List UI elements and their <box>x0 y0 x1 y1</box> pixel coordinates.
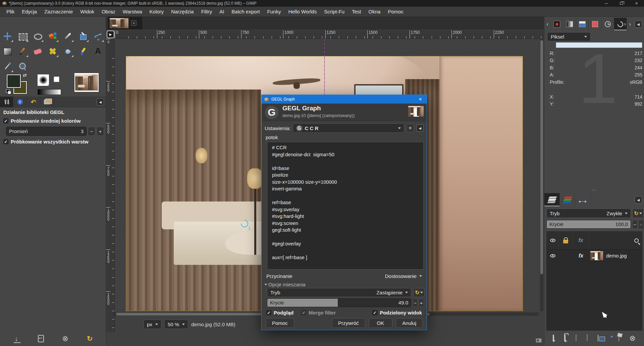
tab-sample-points[interactable] <box>614 18 627 31</box>
layer-search[interactable] <box>589 232 642 249</box>
duplicate-layer-button[interactable] <box>598 335 598 341</box>
tab-paths[interactable] <box>575 193 591 207</box>
tab-device-status[interactable] <box>13 97 27 107</box>
menu-item[interactable]: Zaznaczenie <box>41 7 76 17</box>
unit-select[interactable]: px <box>144 320 161 329</box>
layer-effects-cell[interactable]: fx <box>573 253 589 259</box>
close-button[interactable]: ✕ <box>629 0 644 7</box>
menu-item[interactable]: Pomoc <box>384 7 407 17</box>
layer-opacity-increment[interactable]: + <box>638 220 644 229</box>
tabs-scroll-right-icon[interactable]: › <box>627 21 633 27</box>
save-button[interactable]: ↓ <box>11 333 22 344</box>
reset-button[interactable]: Przywróć <box>332 318 365 328</box>
tab-layers[interactable] <box>544 193 560 207</box>
tabs-scroll-left-icon[interactable]: ‹ <box>544 21 550 27</box>
text-tool[interactable] <box>92 45 104 57</box>
layer-row[interactable]: fx demo.jpg <box>547 250 642 262</box>
menu-item[interactable]: Obraz <box>98 7 119 17</box>
radius-decrement-button[interactable]: − <box>88 127 95 136</box>
cancel-button[interactable]: Anuluj <box>396 318 423 328</box>
radius-increment-button[interactable]: + <box>97 127 104 136</box>
swap-colors-icon[interactable]: ⇄ <box>23 72 27 78</box>
rectangle-select-tool[interactable] <box>16 30 29 42</box>
tab-channels[interactable] <box>560 193 575 207</box>
gradient-tool[interactable] <box>1 45 13 57</box>
vertical-scrollbar-thumb[interactable] <box>540 40 543 274</box>
pattern-preview[interactable] <box>54 76 59 82</box>
navigation-button[interactable] <box>534 335 543 345</box>
menu-item[interactable]: Funky <box>264 7 285 17</box>
menu-item[interactable]: Plik <box>3 7 18 17</box>
menu-item[interactable]: Batch export <box>228 7 263 17</box>
ok-button[interactable]: OK <box>369 318 393 328</box>
layer-opacity-decrement[interactable]: − <box>632 220 638 229</box>
menu-item[interactable]: Filtry <box>198 7 216 17</box>
tab-selection-editor[interactable] <box>589 18 601 31</box>
layer-mode-select[interactable]: Tryb Zwykłe <box>546 209 631 218</box>
opacity-increment[interactable]: + <box>419 298 424 307</box>
clipping-select[interactable]: Dostosowanie <box>385 273 422 279</box>
effects-header[interactable]: fx <box>573 232 589 249</box>
delete-layer-button[interactable]: ⊗ <box>629 334 635 343</box>
menu-item[interactable]: Script-Fu <box>320 7 348 17</box>
foreground-color-swatch[interactable] <box>7 74 21 88</box>
help-button[interactable]: Pomoc <box>266 318 294 328</box>
preview-checkbox[interactable]: ✓ <box>266 310 271 315</box>
free-select-tool[interactable] <box>32 30 44 42</box>
lower-layer-button[interactable] <box>587 335 588 341</box>
merge-filter-checkbox[interactable]: ✓ <box>301 310 306 315</box>
transform-tool[interactable] <box>77 30 89 42</box>
paintbrush-tool[interactable] <box>16 45 29 57</box>
menu-item[interactable]: Hello Worlds <box>284 7 320 17</box>
zoom-select[interactable]: 50 % <box>164 320 188 329</box>
move-tool[interactable] <box>1 30 13 42</box>
menu-item[interactable]: Kolory <box>146 7 168 17</box>
menu-item[interactable]: Edycja <box>18 7 41 17</box>
layer-visibility-toggle[interactable] <box>547 254 559 257</box>
settings-select[interactable]: G C C R <box>293 123 404 133</box>
tab-pointer[interactable] <box>550 18 563 31</box>
default-colors-icon[interactable] <box>6 89 11 94</box>
opacity-slider[interactable]: Krycie 49.0 <box>267 298 411 307</box>
heal-tool[interactable] <box>47 45 59 57</box>
brush-preview[interactable] <box>38 74 49 86</box>
tab-undo-history[interactable]: ↶ <box>27 97 40 107</box>
sample-average-option[interactable]: ✓ Próbowanie średniej kolorów <box>3 118 80 124</box>
zoom-tool[interactable] <box>16 60 29 72</box>
new-group-button[interactable] <box>564 335 566 341</box>
split-view-checkbox[interactable]: ✓ <box>372 310 377 315</box>
tab-histogram[interactable] <box>576 18 589 31</box>
dock-menu-button[interactable]: ◀ <box>635 20 642 28</box>
blending-options-expander[interactable]: Opcje mieszania <box>265 282 306 287</box>
toolbox-menu-button[interactable]: ◀ <box>97 98 104 106</box>
dock-splitter-handle[interactable]: ⋯ <box>544 188 644 192</box>
menu-item[interactable]: AI <box>216 7 228 17</box>
menu-item[interactable]: Warstwa <box>119 7 146 17</box>
ink-tool[interactable] <box>77 45 89 57</box>
tab-tool-options[interactable] <box>0 97 13 107</box>
menu-item[interactable]: Okna <box>365 7 384 17</box>
vertical-scrollbar[interactable] <box>540 39 543 311</box>
layer-mode-switch-button[interactable]: ↻ <box>632 209 644 218</box>
add-preset-button[interactable]: + <box>406 124 414 132</box>
ruler-corner-button[interactable]: ▶ <box>107 31 114 38</box>
lock-header[interactable] <box>559 232 573 249</box>
minimize-button[interactable] <box>599 0 614 7</box>
menu-item[interactable]: Narzędzia <box>167 7 198 17</box>
image-tab[interactable]: × <box>108 17 142 30</box>
switch-mode-button[interactable]: ↻ <box>84 333 96 344</box>
tab-gradients[interactable] <box>563 18 576 31</box>
color-picker-tool[interactable] <box>1 60 13 72</box>
horizontal-ruler[interactable]: 0250500750100012501500175020002250 <box>115 30 544 39</box>
opacity-decrement[interactable]: − <box>413 298 418 307</box>
menu-item[interactable]: Test <box>348 7 365 17</box>
cancel-button[interactable]: ⊗ <box>60 333 71 344</box>
paths-tool[interactable] <box>92 30 104 42</box>
visibility-header[interactable] <box>547 232 559 249</box>
checkbox-checked-icon[interactable]: ✓ <box>3 118 8 123</box>
vertical-ruler[interactable]: 0250500750100012501500 <box>106 39 115 332</box>
tab-undo-history[interactable] <box>601 18 614 31</box>
checkbox-checked-icon[interactable]: ✓ <box>3 139 8 144</box>
blend-mode-switch-button[interactable]: ↻ <box>413 288 425 297</box>
blend-mode-select[interactable]: Tryb Zastąpienie <box>267 288 411 297</box>
